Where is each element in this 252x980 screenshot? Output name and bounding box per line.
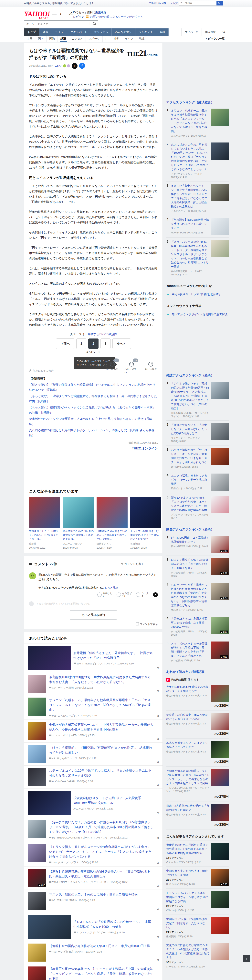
article-title[interactable]: 文化の根底にあるのは家族のシステム？ 仏の知識人が語る「世界の文化は、4つの家族… <box>166 943 209 959</box>
reaction-button[interactable]: 19 わかりやすい <box>124 361 139 374</box>
comment-reaction-button[interactable]: なるほど10 <box>116 592 132 597</box>
notice-item[interactable]: ★ 共同連携企画「ヒグマ “怪物”と北海道」 <box>166 290 229 299</box>
article-title[interactable]: ユニクロ猛攻、Ｈ＆Ｍに迫る パリ・ローマの超一等地に旗艦店 <box>171 474 209 486</box>
x-share-icon[interactable]: X <box>157 714 159 718</box>
list-item[interactable]: 被害総額1000億円の可能性も 巨大詐欺組織に利用された大島美幸＆鈴木おさむ夫妻… <box>24 672 163 695</box>
article-title[interactable]: 被害総額1000億円の可能性も 巨大詐欺組織に利用された大島美幸＆鈴木おさむ夫妻… <box>49 675 153 684</box>
related-article-link[interactable]: 【もっと読む】「湾岸タワマンは廃墟化する」揶揄されるも相場は上昇 専門家が予想を… <box>29 394 158 404</box>
x-share-icon[interactable]: X <box>157 884 159 887</box>
x-share-icon[interactable]: X <box>157 936 159 939</box>
read-also-card[interactable]: 中露を軸とした「BRICS＋」の狙い G7を超えて「米一極... 遠藤誉 10/… <box>29 497 60 550</box>
keyword-search-input[interactable] <box>24 21 93 27</box>
hide-comments-checkbox[interactable] <box>136 622 139 625</box>
list-item[interactable]: 「Ｓ＆Ｐ500」や「全世界株式」の分散ツールに、米国中小型株式「Ｓ＆Ｐ1000」… <box>24 912 163 941</box>
article-title[interactable]: 中国が有人宇宙船打ち上げ、新世代のクルーを強調 <box>166 869 209 877</box>
topics-list-link[interactable]: トピックス一覧 <box>205 37 225 41</box>
article-title[interactable]: 「仕事ができない人」「出世しない人」が知らない、たった4文字の言葉とは？ <box>171 423 209 435</box>
read-also-card[interactable]: 資産防衛のために円以外の通貨を持つ選択肢...王道の米ドル以... みんかぶマガ… <box>63 497 94 550</box>
nav-tab[interactable]: みんなの意見 <box>112 29 135 36</box>
article-title[interactable]: マスク氏「韓国の人口、３分の１に減少」世界人口崩壊を指摘 <box>49 892 153 897</box>
article-title[interactable]: 《モリタク流人生観》がんステージ4の森永卓郎さん“ぼくがいま食べているもの” ラ… <box>49 844 153 859</box>
article-title[interactable]: 口コミで爆発的人気！9割が外国人の店も！「ニッポンの餃子」外国人を魅了 <box>171 558 209 570</box>
article-title[interactable]: 『スターバックス福袋 2025』発表、帆布素材の丸みのあるトートバッグ・福袋限定… <box>171 240 209 269</box>
web-search-button[interactable] <box>217 1 223 5</box>
article-title[interactable]: 5キロ3000円超、コメ高騰続く 品薄解消後もなぜ？ <box>171 536 209 544</box>
article-title[interactable]: ステーブルコインは10年で数兆ドルに拡大し、世界の金融システムに不可欠となる：米… <box>49 768 153 778</box>
web-search-input[interactable] <box>179 1 217 5</box>
read-also-card[interactable]: トランプ氏関税引き上げ、実現すればアメリカ経済にどんな影響？ 毎日新聞 10/2… <box>130 497 161 550</box>
page-1-button[interactable]: 1 <box>77 339 86 349</box>
x-share-icon[interactable]: X <box>157 690 159 693</box>
article-title[interactable]: オワコン「札幌ドーム」最終年より観客動員数が爆増中！日ハム「エスコンフィールド」… <box>49 698 153 712</box>
article-title[interactable]: 【速報】金の国内小売価格が初の1万5000円台に 半月で約1000円上昇 <box>49 943 153 948</box>
list-item[interactable]: 【速報】金の国内小売価格が初の1万5000円台に 半月で約1000円上昇 403… <box>24 941 163 964</box>
reaction-button[interactable]: 新しい視点 <box>144 361 158 374</box>
x-share-icon[interactable]: X <box>157 837 159 840</box>
video-ranking-heading[interactable]: 動画アクセスランキング（経済） <box>166 526 229 533</box>
article-title[interactable]: 「青春18きっぷ」利用方法変更にSNSで悲鳴 戻す要望25000人が賛同 <box>171 617 209 629</box>
article-title[interactable]: 【速報】衆院選当選の無所属6人が自民党会派入りへ “裏金”問題の西村氏・萩生田氏… <box>49 869 153 879</box>
article-title[interactable]: 株高を牽引するAIブームはアメリカ経済にとって幻想だ <box>166 741 209 749</box>
x-share-icon[interactable]: X <box>153 592 158 597</box>
article-title[interactable]: パクリと揶揄された「やっぱりステーキ」が急成長。大量閉店で打撃の「いきなり！ステ… <box>171 448 209 465</box>
category-tab[interactable]: スポーツ <box>86 36 103 42</box>
x-share-icon[interactable]: X <box>157 861 159 864</box>
article-title[interactable]: 今年のS&P500は2年連続で20%超のリターンを狙えそうだ <box>166 685 209 693</box>
list-item[interactable]: マスク氏「韓国の人口、３分の１に減少」世界人口崩壊を指摘 96 中央日報日本語版… <box>24 889 163 912</box>
category-tab[interactable]: 地域 <box>136 36 147 42</box>
write-comment-button[interactable]: ✎ コメントを書く <box>107 560 158 568</box>
comment-reaction-button[interactable]: 共感した7 <box>97 592 112 597</box>
paid-article-item[interactable]: 衆院選での自公敗北、個人投資家はどう向き合えばいいのか 会社四季報オンライン 1… <box>166 711 229 738</box>
article-title[interactable]: ハローワークが船井電機から解雇された従業員約５５０人に再就職支援「管内の主要企業… <box>171 583 209 608</box>
article-title[interactable]: 投開票が迫る米大統領選...トランプ氏が再選した場合、8年前の「トランプ・ラリー… <box>166 769 209 785</box>
category-tab[interactable]: ライフ <box>122 36 136 42</box>
ukraine-item[interactable]: ★ 知っておくべきポイントを地図や図解で解説 <box>166 310 229 319</box>
article-title[interactable]: 「定年まで働いたぞ！」万感の思いに浸る年収450万円・65歳“窓際サラリーマン”… <box>171 382 209 410</box>
article-title[interactable]: 金価格が過去最高値更新ペースの中、中国大手宝飾品メーカーの業績が大幅悪化 今後の… <box>49 722 153 732</box>
facebook-share-icon[interactable]: f <box>79 63 85 69</box>
next-page-button[interactable]: 次へ〉 <box>112 339 131 349</box>
category-tab[interactable]: 科学 <box>111 36 122 42</box>
related-article-link[interactable]: 【もっと読む】都市郊外のベッドタウンは要注意...プロが教える「1秒でも早く売却… <box>29 405 158 415</box>
yahoo-news-logo[interactable]: YAHOO!ニュース JAPAN <box>24 10 73 20</box>
article-title[interactable]: 友人にゴルフのため、車を出してもらいました。お礼に「1000円のランチ」をおごっ… <box>171 143 209 171</box>
comment-count[interactable]: 22 <box>55 64 61 67</box>
source-link[interactable]: THE21オンライン <box>29 447 158 450</box>
nav-tab[interactable]: オリジナル <box>91 29 112 36</box>
x-share-icon[interactable]: X <box>157 907 159 910</box>
article-title[interactable]: 資産防衛のために円以外の通貨を持つ選択肢...王道の米ドル以外にもある魅力的な通… <box>166 843 209 855</box>
paid-article-item[interactable]: 投開票が迫る米大統領選...トランプ氏が再選した場合、8年前の「トランプ・ラリー… <box>166 767 229 802</box>
ranking-item[interactable]: 友人にゴルフのため、車を出してもらいました。お礼に「1000円のランチ」をおごっ… <box>166 140 229 181</box>
article-title[interactable]: 「Ｓ＆Ｐ500」や「全世界株式」の分散ツールに、米国中小型株式「Ｓ＆Ｐ1000」… <box>73 920 153 929</box>
signup-link[interactable]: 新規取得 <box>96 11 106 14</box>
ranking-item[interactable]: 『スターバックス福袋 2025』発表、帆布素材の丸みのあるトートバッグ・福袋限定… <box>166 237 229 279</box>
the21-online-logo[interactable]: THE21ONLINE <box>127 48 158 58</box>
article-title[interactable]: 新NISAでまとまったお金を「コツコツ分割投資」はハイリスク...迷わずどーんと… <box>171 496 209 512</box>
x-share-icon[interactable]: X <box>157 760 159 764</box>
top-ad-text[interactable]: AI時代に必要なスキル、学生時代にやっておきたいことは？ <box>24 2 94 5</box>
list-item[interactable]: 「けっこう衝撃的」 羽田空港の“有能施設”がまさかの閉店...「結構賑わってただ… <box>24 743 163 765</box>
yahoo-japan-link[interactable]: Yahoo! JAPAN <box>149 2 166 5</box>
reacted-article-item[interactable]: 資産防衛のために円以外の通貨を持つ選択肢...王道の米ドル以外にもある魅力的な通… <box>166 840 229 867</box>
list-item[interactable]: ステーブルコインは10年で数兆ドルに拡大し、世界の金融システムに不可欠となる：米… <box>24 765 163 788</box>
article-title[interactable]: トランプ氏もバットマンも連行、中国がハロウィーン取り締まりに躍起になる理由 <box>166 891 209 904</box>
ranking-item[interactable]: パクリと揶揄された「やっぱりステーキ」が急成長。大量閉店で打撃の「いきなり！ステ… <box>166 445 229 471</box>
paid-article-item[interactable]: 株高を牽引するAIブームはアメリカ経済にとって幻想だ 会社四季報オンライン 10… <box>166 738 229 767</box>
paid-article-item[interactable]: 今年のS&P500は2年連続で20%超のリターンを狙えそうだ 会社四季報オンライ… <box>166 682 229 711</box>
page-3-button[interactable]: 3 <box>100 339 110 349</box>
list-item[interactable]: オワコン「札幌ドーム」最終年より観客動員数が爆増中！日ハム「エスコンフィールド」… <box>24 695 163 719</box>
article-title[interactable]: オワコン「札幌ドーム」最終年より観客動員数が爆増中！日ハム「エスコンフィールド」… <box>171 108 209 133</box>
nav-tab[interactable]: 有料 <box>156 29 169 36</box>
article-title[interactable]: 【柳井正会長は強気姿勢でも...】ユニクロが主戦場の「中国」で大幅減益 「ショッ… <box>49 966 153 980</box>
access-ranking-heading[interactable]: アクセスランキング（経済総合） <box>166 99 229 106</box>
paid-articles-heading[interactable]: あわせて読みたい有料記事 <box>166 668 229 676</box>
related-article-link[interactable]: 【続きを読む】「新築の価値は住んだ瞬間3割減」だったのに...中古マンションの相… <box>29 382 158 392</box>
list-item[interactable]: 【柳井正会長は強気姿勢でも...】ユニクロが主戦場の「中国」で大幅減益 「ショッ… <box>24 964 163 980</box>
comment-more-link[interactable]: もっと見る <box>104 586 118 589</box>
mypage-link[interactable]: マイページ <box>181 29 201 36</box>
prev-page-button[interactable]: 〈前へ <box>56 339 74 349</box>
ranking-item[interactable]: ええっ!?「富士スバルライン」廃止で「登山電車」へ転換するって!? 富士山五合目… <box>166 181 229 215</box>
paid-article-item[interactable]: 日米・2大選挙後に待ち受ける「市場の混乱」に備えよ 会社四季報オンライン 10/… <box>166 802 229 829</box>
list-item[interactable]: 船井電機「給料払えません。即時解雇です」 社員が気づけなかった「3つ」の危険信号… <box>24 643 163 672</box>
x-share-icon[interactable]: X <box>157 812 159 815</box>
